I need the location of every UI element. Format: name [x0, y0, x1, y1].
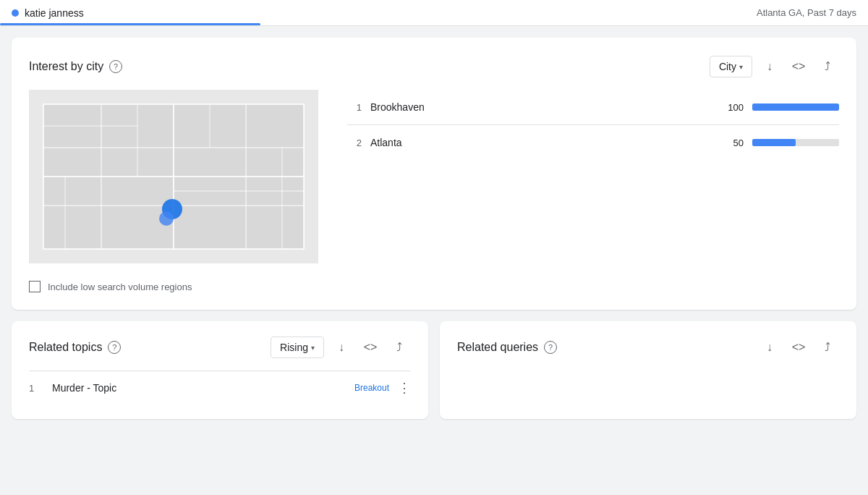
topics-download-button[interactable]: ↓ [330, 336, 353, 359]
row-number: 2 [347, 138, 362, 148]
topics-share-button[interactable]: ⤴ [388, 336, 411, 359]
chevron-down-icon: ▾ [311, 344, 315, 352]
card-title: Interest by city [29, 60, 103, 73]
interest-by-city-card: Interest by city ? City ▾ ↓ <> ⤴ [12, 38, 856, 310]
card-title-group: Interest by city ? [29, 60, 122, 73]
related-topics-header: Related topics ? Rising ▾ ↓ <> [29, 336, 411, 359]
table-row: 1 Brookhaven 100 [347, 90, 839, 125]
share-icon: ⤴ [825, 341, 830, 354]
loading-bar [0, 23, 260, 25]
related-queries-title-group: Related queries ? [457, 341, 557, 354]
map-svg [29, 90, 318, 263]
related-queries-card: Related queries ? ↓ <> ⤴ [440, 321, 856, 419]
rising-dropdown[interactable]: Rising ▾ [271, 337, 324, 358]
more-vert-icon[interactable]: ⋮ [398, 380, 411, 396]
list-item: 1 Murder - Topic Breakout ⋮ [29, 371, 411, 405]
checkbox-label: Include low search volume regions [48, 282, 192, 292]
svg-point-12 [159, 211, 174, 226]
related-topics-help-icon[interactable]: ? [108, 341, 121, 354]
related-topics-title-group: Related topics ? [29, 341, 121, 354]
breakout-badge[interactable]: Breakout [354, 383, 389, 393]
share-icon: ⤴ [825, 60, 830, 73]
queries-share-button[interactable]: ⤴ [816, 336, 839, 359]
download-icon: ↓ [767, 341, 773, 354]
main-content: Interest by city ? City ▾ ↓ <> ⤴ [0, 26, 868, 431]
download-icon: ↓ [339, 341, 344, 354]
card-header: Interest by city ? City ▾ ↓ <> ⤴ [29, 55, 839, 78]
map-container [29, 90, 318, 263]
queries-download-button[interactable]: ↓ [758, 336, 781, 359]
row-value: 50 [715, 138, 744, 148]
row-value: 100 [715, 102, 744, 113]
download-button[interactable]: ↓ [758, 55, 781, 78]
dropdown-label: City [719, 61, 736, 72]
row-number: 1 [347, 102, 362, 113]
related-topics-title: Related topics [29, 341, 102, 354]
status-dot [12, 9, 19, 17]
top-bar: katie janness Atlanta GA, Past 7 days [0, 0, 868, 26]
top-bar-left: katie janness [12, 7, 84, 19]
help-icon[interactable]: ? [109, 60, 122, 73]
bar-container [752, 139, 839, 146]
city-dropdown[interactable]: City ▾ [710, 56, 752, 77]
share-icon: ⤴ [396, 341, 402, 354]
bar-container [752, 103, 839, 111]
card-actions: City ▾ ↓ <> ⤴ [710, 55, 839, 78]
bar-fill [752, 139, 796, 146]
rising-label: Rising [280, 342, 308, 353]
topics-embed-button[interactable]: <> [359, 336, 382, 359]
related-queries-help-icon[interactable]: ? [544, 341, 557, 354]
related-queries-actions: ↓ <> ⤴ [758, 336, 839, 359]
low-volume-checkbox[interactable] [29, 281, 41, 292]
topic-number: 1 [29, 383, 43, 394]
related-queries-title: Related queries [457, 341, 538, 354]
bottom-row: Related topics ? Rising ▾ ↓ <> [12, 321, 856, 419]
search-term: katie janness [25, 7, 84, 19]
map-data-layout: 1 Brookhaven 100 2 Atlanta 50 [29, 90, 839, 263]
location-time: Atlanta GA, Past 7 days [757, 7, 856, 18]
queries-embed-button[interactable]: <> [787, 336, 810, 359]
share-button[interactable]: ⤴ [816, 55, 839, 78]
related-topics-card: Related topics ? Rising ▾ ↓ <> [12, 321, 428, 419]
row-label[interactable]: Atlanta [370, 137, 706, 148]
embed-icon: <> [792, 60, 806, 73]
data-table: 1 Brookhaven 100 2 Atlanta 50 [347, 90, 839, 160]
embed-button[interactable]: <> [787, 55, 810, 78]
bar-fill [752, 103, 839, 111]
download-icon: ↓ [767, 60, 773, 73]
topics-rows: 1 Murder - Topic Breakout ⋮ [29, 371, 411, 405]
chevron-down-icon: ▾ [739, 63, 743, 71]
row-label[interactable]: Brookhaven [370, 101, 706, 113]
embed-icon: <> [792, 341, 806, 354]
related-topics-actions: Rising ▾ ↓ <> ⤴ [271, 336, 411, 359]
embed-icon: <> [364, 341, 378, 354]
topic-label[interactable]: Murder - Topic [52, 382, 346, 394]
table-row: 2 Atlanta 50 [347, 125, 839, 160]
checkbox-area: Include low search volume regions [29, 281, 839, 292]
related-queries-header: Related queries ? ↓ <> ⤴ [457, 336, 839, 359]
